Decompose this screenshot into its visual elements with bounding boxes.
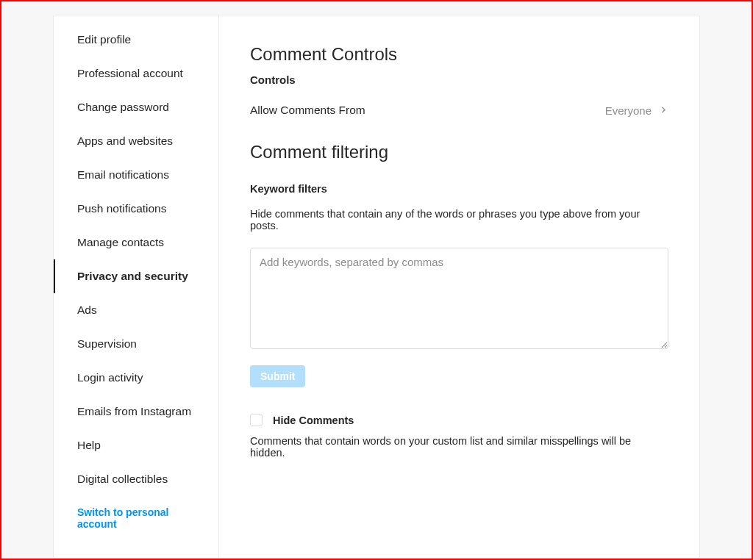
sidebar-item-privacy-security[interactable]: Privacy and security	[54, 259, 218, 293]
comment-filtering-title: Comment filtering	[250, 142, 668, 162]
sidebar-item-ads[interactable]: Ads	[54, 293, 218, 327]
hide-comments-checkbox[interactable]	[250, 414, 263, 426]
controls-subheading: Controls	[250, 73, 668, 86]
sidebar-item-edit-profile[interactable]: Edit profile	[54, 23, 218, 57]
sidebar-item-help[interactable]: Help	[54, 428, 218, 462]
sidebar-item-label: Email notifications	[77, 168, 169, 181]
sidebar-item-emails-from-instagram[interactable]: Emails from Instagram	[54, 395, 218, 428]
allow-comments-label: Allow Comments From	[250, 104, 365, 117]
sidebar-item-supervision[interactable]: Supervision	[54, 327, 218, 361]
sidebar-item-label: Push notifications	[77, 202, 167, 215]
main-content: Comment Controls Controls Allow Comments…	[219, 15, 699, 558]
sidebar-item-professional-account[interactable]: Professional account	[54, 57, 218, 90]
sidebar-item-change-password[interactable]: Change password	[54, 90, 218, 124]
settings-sidebar: Edit profile Professional account Change…	[54, 15, 219, 558]
sidebar-item-label: Login activity	[77, 371, 143, 384]
sidebar-item-label: Privacy and security	[77, 270, 188, 282]
keyword-filters-help: Hide comments that contain any of the wo…	[250, 208, 668, 231]
sidebar-item-label: Digital collectibles	[77, 473, 168, 485]
sidebar-item-label: Emails from Instagram	[77, 405, 191, 417]
allow-comments-value: Everyone	[605, 104, 652, 117]
sidebar-item-label: Edit profile	[77, 33, 131, 46]
sidebar-item-label: Help	[77, 439, 101, 451]
sidebar-item-digital-collectibles[interactable]: Digital collectibles	[54, 462, 218, 496]
settings-panel: Edit profile Professional account Change…	[53, 15, 700, 559]
allow-comments-row[interactable]: Allow Comments From Everyone	[250, 99, 668, 134]
keyword-filters-heading: Keyword filters	[250, 183, 668, 195]
sidebar-item-label: Change password	[77, 101, 169, 113]
switch-to-personal-link[interactable]: Switch to personal account	[54, 496, 218, 540]
sidebar-item-push-notifications[interactable]: Push notifications	[54, 192, 218, 226]
sidebar-item-label: Supervision	[77, 337, 137, 350]
hide-comments-label: Hide Comments	[273, 414, 354, 426]
sidebar-item-manage-contacts[interactable]: Manage contacts	[54, 226, 218, 259]
sidebar-item-login-activity[interactable]: Login activity	[54, 361, 218, 395]
chevron-right-icon	[659, 104, 668, 117]
sidebar-item-label: Manage contacts	[77, 236, 164, 248]
sidebar-item-apps-websites[interactable]: Apps and websites	[54, 124, 218, 158]
hide-comments-row: Hide Comments	[250, 414, 668, 426]
sidebar-item-label: Ads	[77, 304, 97, 316]
comment-controls-title: Comment Controls	[250, 44, 668, 65]
allow-comments-value-wrap: Everyone	[605, 104, 668, 117]
keywords-input[interactable]	[250, 248, 668, 349]
sidebar-item-label: Switch to personal account	[77, 506, 168, 530]
submit-button[interactable]: Submit	[250, 365, 305, 387]
sidebar-item-label: Professional account	[77, 67, 183, 79]
sidebar-item-email-notifications[interactable]: Email notifications	[54, 158, 218, 192]
hide-comments-help: Comments that contain words on your cust…	[250, 435, 668, 459]
app-frame: Edit profile Professional account Change…	[0, 0, 753, 560]
sidebar-item-label: Apps and websites	[77, 134, 173, 147]
